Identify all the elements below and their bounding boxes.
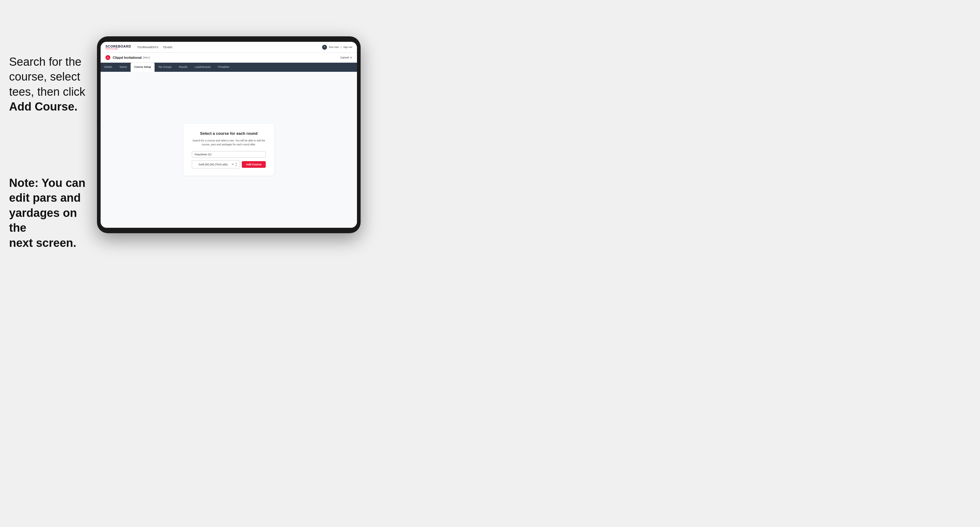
tee-up-arrow: ▲ <box>235 162 237 164</box>
tournament-subtitle: (Men) <box>143 56 150 59</box>
nav-teams[interactable]: TEAMS <box>163 46 172 49</box>
tournament-title: Clippd Invitational <box>113 56 142 59</box>
logo-sub: Powered by clippd <box>105 48 131 50</box>
annotation-line3: tees, then click <box>9 86 85 98</box>
logo-text: SCOREBOARD <box>105 45 131 48</box>
user-name: Test User <box>329 46 339 48</box>
top-nav: SCOREBOARD Powered by clippd TOURNAMENTS… <box>100 42 357 53</box>
main-content: Select a course for each round Search fo… <box>100 72 357 228</box>
annotation-line4: Add Course. <box>9 100 78 113</box>
tournament-icon: C <box>105 55 110 60</box>
note-line2: edit pars and <box>9 191 81 204</box>
cancel-button[interactable]: Cancel ✕ <box>340 56 352 59</box>
annotation-note: Note: You can edit pars and yardages on … <box>9 176 97 251</box>
add-course-button[interactable]: Add Course <box>242 161 266 168</box>
tab-tee-groups[interactable]: Tee Groups <box>154 63 175 72</box>
tab-course-setup[interactable]: Course Setup <box>130 63 154 72</box>
logo-area: SCOREBOARD Powered by clippd <box>105 45 131 50</box>
tab-teams[interactable]: Teams <box>116 63 130 72</box>
card-description: Search for a course and select a tee. Yo… <box>192 139 266 147</box>
user-avatar: T <box>322 45 327 50</box>
tab-leaderboards[interactable]: Leaderboards <box>191 63 214 72</box>
note-line1: Note: You can <box>9 176 86 189</box>
tab-printables[interactable]: Printables <box>214 63 233 72</box>
annotation-left: Search for the course, select tees, then… <box>9 54 94 114</box>
tee-clear-icon[interactable]: ✕ <box>232 163 234 166</box>
tab-results[interactable]: Results <box>175 63 191 72</box>
tee-select-dropdown[interactable]: Gold (M) (M) (7010 yds) ✕ ▲ ▼ <box>192 160 240 168</box>
tablet-screen: SCOREBOARD Powered by clippd TOURNAMENTS… <box>100 42 357 228</box>
tablet-frame: SCOREBOARD Powered by clippd TOURNAMENTS… <box>97 37 361 233</box>
sign-out-link[interactable]: Sign out <box>343 46 352 48</box>
nav-links: TOURNAMENTS TEAMS <box>137 46 322 49</box>
tee-select-arrows: ▲ ▼ <box>235 162 237 167</box>
tab-bar: Details Teams Course Setup Tee Groups Re… <box>100 63 357 72</box>
tee-down-arrow: ▼ <box>235 165 237 167</box>
annotation-line2: course, select <box>9 70 80 83</box>
tournament-header: C Clippd Invitational (Men) Cancel ✕ <box>100 53 357 63</box>
note-line4: next screen. <box>9 237 76 249</box>
tab-details[interactable]: Details <box>100 63 116 72</box>
user-area: T Test User | Sign out <box>322 45 352 50</box>
note-line3: yardages on the <box>9 206 77 234</box>
annotation-line1: Search for the <box>9 56 81 68</box>
nav-tournaments[interactable]: TOURNAMENTS <box>137 46 158 49</box>
cancel-x-icon: ✕ <box>350 56 352 59</box>
card-title: Select a course for each round <box>192 131 266 136</box>
cancel-label: Cancel <box>340 56 349 59</box>
course-card: Select a course for each round Search fo… <box>183 124 274 176</box>
tee-select-value: Gold (M) (M) (7010 yds) <box>194 163 232 166</box>
tee-select-row: Gold (M) (M) (7010 yds) ✕ ▲ ▼ Add Course <box>192 160 266 168</box>
course-search-input[interactable] <box>192 151 266 158</box>
user-separator: | <box>341 46 342 48</box>
